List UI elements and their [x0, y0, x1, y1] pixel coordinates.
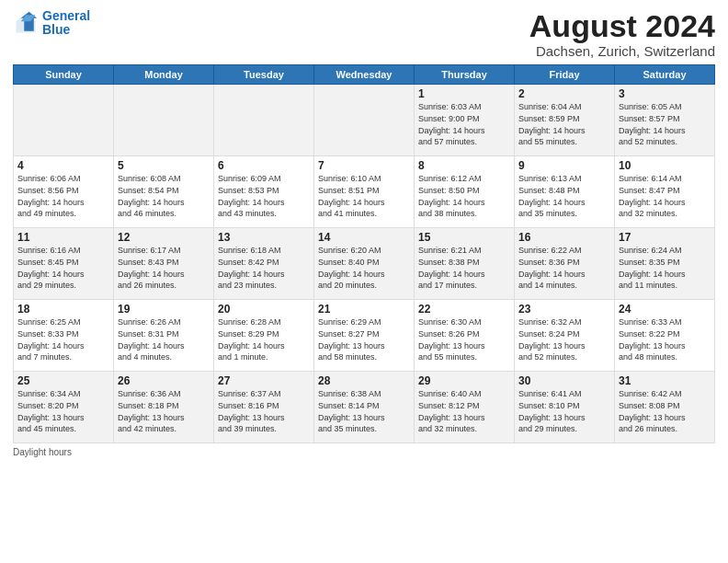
calendar-cell: 27Sunrise: 6:37 AM Sunset: 8:16 PM Dayli…: [214, 372, 314, 443]
day-number: 20: [218, 303, 310, 316]
week-row-5: 25Sunrise: 6:34 AM Sunset: 8:20 PM Dayli…: [14, 372, 715, 443]
calendar-cell: 24Sunrise: 6:33 AM Sunset: 8:22 PM Dayli…: [615, 300, 715, 372]
day-info: Sunrise: 6:36 AM Sunset: 8:18 PM Dayligh…: [118, 388, 210, 434]
day-info: Sunrise: 6:30 AM Sunset: 8:26 PM Dayligh…: [418, 316, 510, 362]
day-info: Sunrise: 6:18 AM Sunset: 8:42 PM Dayligh…: [218, 245, 310, 291]
day-number: 28: [318, 374, 410, 387]
calendar-cell: 19Sunrise: 6:26 AM Sunset: 8:31 PM Dayli…: [114, 300, 214, 372]
day-info: Sunrise: 6:08 AM Sunset: 8:54 PM Dayligh…: [118, 173, 210, 219]
day-info: Sunrise: 6:17 AM Sunset: 8:43 PM Dayligh…: [118, 245, 210, 291]
calendar-cell: 2Sunrise: 6:04 AM Sunset: 8:59 PM Daylig…: [515, 85, 615, 156]
calendar-cell: 22Sunrise: 6:30 AM Sunset: 8:26 PM Dayli…: [415, 300, 515, 372]
day-number: 30: [518, 374, 610, 387]
day-info: Sunrise: 6:32 AM Sunset: 8:24 PM Dayligh…: [518, 316, 610, 362]
calendar-cell: 29Sunrise: 6:40 AM Sunset: 8:12 PM Dayli…: [415, 372, 515, 443]
day-info: Sunrise: 6:40 AM Sunset: 8:12 PM Dayligh…: [418, 388, 510, 434]
calendar-cell: 25Sunrise: 6:34 AM Sunset: 8:20 PM Dayli…: [14, 372, 114, 443]
calendar-cell: 26Sunrise: 6:36 AM Sunset: 8:18 PM Dayli…: [114, 372, 214, 443]
day-info: Sunrise: 6:13 AM Sunset: 8:48 PM Dayligh…: [518, 173, 610, 219]
day-number: 14: [318, 231, 410, 244]
day-number: 4: [17, 159, 109, 172]
calendar-cell: 31Sunrise: 6:42 AM Sunset: 8:08 PM Dayli…: [615, 372, 715, 443]
day-info: Sunrise: 6:14 AM Sunset: 8:47 PM Dayligh…: [619, 173, 711, 219]
week-row-1: 1Sunrise: 6:03 AM Sunset: 9:00 PM Daylig…: [14, 85, 715, 156]
week-row-4: 18Sunrise: 6:25 AM Sunset: 8:33 PM Dayli…: [14, 300, 715, 372]
day-info: Sunrise: 6:05 AM Sunset: 8:57 PM Dayligh…: [619, 101, 711, 147]
main-title: August 2024: [529, 9, 715, 43]
day-number: 5: [118, 159, 210, 172]
day-info: Sunrise: 6:41 AM Sunset: 8:10 PM Dayligh…: [518, 388, 610, 434]
day-number: 10: [619, 159, 711, 172]
day-info: Sunrise: 6:21 AM Sunset: 8:38 PM Dayligh…: [418, 245, 510, 291]
day-info: Sunrise: 6:22 AM Sunset: 8:36 PM Dayligh…: [518, 245, 610, 291]
calendar-cell: 21Sunrise: 6:29 AM Sunset: 8:27 PM Dayli…: [314, 300, 415, 372]
day-number: 29: [418, 374, 510, 387]
logo: General Blue: [13, 9, 90, 38]
day-number: 31: [619, 374, 711, 387]
day-number: 19: [118, 303, 210, 316]
footer-note: Daylight hours: [13, 447, 715, 457]
day-number: 24: [619, 303, 711, 316]
day-number: 17: [619, 231, 711, 244]
day-number: 25: [17, 374, 109, 387]
calendar-cell: 17Sunrise: 6:24 AM Sunset: 8:35 PM Dayli…: [615, 228, 715, 300]
day-number: 7: [318, 159, 410, 172]
day-info: Sunrise: 6:12 AM Sunset: 8:50 PM Dayligh…: [418, 173, 510, 219]
header-day-saturday: Saturday: [615, 65, 715, 85]
day-number: 15: [418, 231, 510, 244]
calendar-cell: [14, 85, 114, 156]
day-info: Sunrise: 6:25 AM Sunset: 8:33 PM Dayligh…: [17, 316, 109, 362]
calendar-cell: 16Sunrise: 6:22 AM Sunset: 8:36 PM Dayli…: [515, 228, 615, 300]
calendar-cell: 23Sunrise: 6:32 AM Sunset: 8:24 PM Dayli…: [515, 300, 615, 372]
calendar-cell: 14Sunrise: 6:20 AM Sunset: 8:40 PM Dayli…: [314, 228, 415, 300]
day-number: 16: [518, 231, 610, 244]
header: General Blue August 2024 Dachsen, Zurich…: [13, 9, 715, 59]
calendar-cell: 18Sunrise: 6:25 AM Sunset: 8:33 PM Dayli…: [14, 300, 114, 372]
calendar-cell: 30Sunrise: 6:41 AM Sunset: 8:10 PM Dayli…: [515, 372, 615, 443]
day-info: Sunrise: 6:24 AM Sunset: 8:35 PM Dayligh…: [619, 245, 711, 291]
calendar-cell: 15Sunrise: 6:21 AM Sunset: 8:38 PM Dayli…: [415, 228, 515, 300]
day-info: Sunrise: 6:26 AM Sunset: 8:31 PM Dayligh…: [118, 316, 210, 362]
header-day-wednesday: Wednesday: [314, 65, 415, 85]
calendar-cell: 6Sunrise: 6:09 AM Sunset: 8:53 PM Daylig…: [214, 156, 314, 228]
day-number: 22: [418, 303, 510, 316]
day-number: 2: [518, 87, 610, 100]
day-info: Sunrise: 6:28 AM Sunset: 8:29 PM Dayligh…: [218, 316, 310, 362]
calendar-cell: [214, 85, 314, 156]
day-info: Sunrise: 6:10 AM Sunset: 8:51 PM Dayligh…: [318, 173, 410, 219]
title-block: August 2024 Dachsen, Zurich, Switzerland: [529, 9, 715, 59]
calendar-cell: 3Sunrise: 6:05 AM Sunset: 8:57 PM Daylig…: [615, 85, 715, 156]
day-number: 21: [318, 303, 410, 316]
header-day-friday: Friday: [515, 65, 615, 85]
calendar-cell: 13Sunrise: 6:18 AM Sunset: 8:42 PM Dayli…: [214, 228, 314, 300]
week-row-3: 11Sunrise: 6:16 AM Sunset: 8:45 PM Dayli…: [14, 228, 715, 300]
header-row: SundayMondayTuesdayWednesdayThursdayFrid…: [14, 65, 715, 85]
day-number: 27: [218, 374, 310, 387]
calendar-cell: 10Sunrise: 6:14 AM Sunset: 8:47 PM Dayli…: [615, 156, 715, 228]
day-info: Sunrise: 6:29 AM Sunset: 8:27 PM Dayligh…: [318, 316, 410, 362]
calendar-cell: 7Sunrise: 6:10 AM Sunset: 8:51 PM Daylig…: [314, 156, 415, 228]
calendar-cell: 28Sunrise: 6:38 AM Sunset: 8:14 PM Dayli…: [314, 372, 415, 443]
header-day-monday: Monday: [114, 65, 214, 85]
header-day-sunday: Sunday: [14, 65, 114, 85]
calendar-cell: 4Sunrise: 6:06 AM Sunset: 8:56 PM Daylig…: [14, 156, 114, 228]
day-number: 9: [518, 159, 610, 172]
day-info: Sunrise: 6:38 AM Sunset: 8:14 PM Dayligh…: [318, 388, 410, 434]
page: General Blue August 2024 Dachsen, Zurich…: [0, 0, 728, 563]
calendar-cell: [114, 85, 214, 156]
day-info: Sunrise: 6:33 AM Sunset: 8:22 PM Dayligh…: [619, 316, 711, 362]
logo-icon: [13, 10, 39, 36]
day-info: Sunrise: 6:20 AM Sunset: 8:40 PM Dayligh…: [318, 245, 410, 291]
day-number: 23: [518, 303, 610, 316]
day-info: Sunrise: 6:42 AM Sunset: 8:08 PM Dayligh…: [619, 388, 711, 434]
day-number: 13: [218, 231, 310, 244]
calendar-cell: 5Sunrise: 6:08 AM Sunset: 8:54 PM Daylig…: [114, 156, 214, 228]
day-number: 6: [218, 159, 310, 172]
day-number: 11: [17, 231, 109, 244]
day-number: 8: [418, 159, 510, 172]
day-info: Sunrise: 6:16 AM Sunset: 8:45 PM Dayligh…: [17, 245, 109, 291]
day-info: Sunrise: 6:03 AM Sunset: 9:00 PM Dayligh…: [418, 101, 510, 147]
day-info: Sunrise: 6:09 AM Sunset: 8:53 PM Dayligh…: [218, 173, 310, 219]
day-info: Sunrise: 6:04 AM Sunset: 8:59 PM Dayligh…: [518, 101, 610, 147]
calendar-cell: 8Sunrise: 6:12 AM Sunset: 8:50 PM Daylig…: [415, 156, 515, 228]
